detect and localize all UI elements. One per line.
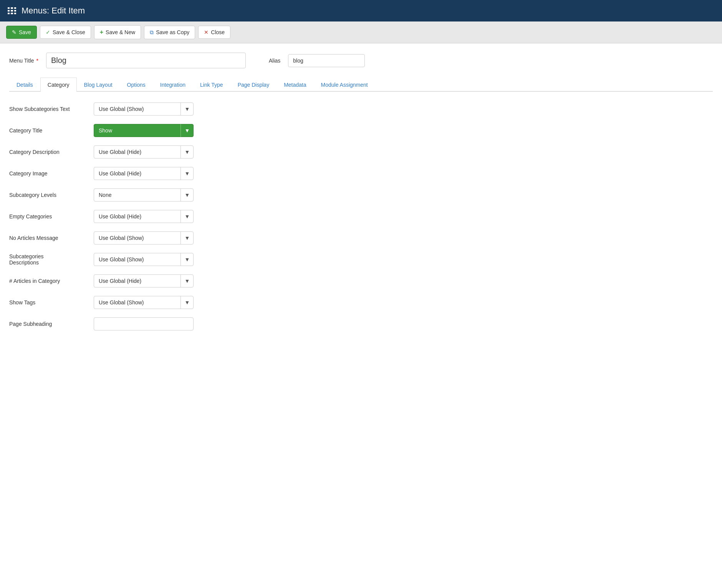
select-wrapper-category-title: Show Hide Use Global (Show) Use Global (…	[94, 124, 194, 137]
tab-page-display[interactable]: Page Display	[230, 78, 277, 92]
label-category-description: Category Description	[9, 149, 94, 155]
alias-input[interactable]	[288, 54, 365, 67]
select-articles-in-category[interactable]: Use Global (Hide) Use Global (Show) Show…	[94, 274, 194, 287]
save-close-button[interactable]: Save & Close	[40, 26, 91, 39]
plus-icon	[100, 29, 103, 36]
field-articles-in-category: # Articles in Category Use Global (Hide)…	[9, 274, 713, 287]
select-show-tags[interactable]: Use Global (Show) Use Global (Hide) Show…	[94, 296, 194, 309]
label-show-subcategories-text: Show Subcategories Text	[9, 106, 94, 112]
input-page-subheading[interactable]	[94, 317, 194, 330]
select-wrapper-empty-categories: Use Global (Hide) Use Global (Show) Show…	[94, 210, 194, 223]
select-wrapper-no-articles-message: Use Global (Show) Use Global (Hide) Show…	[94, 231, 194, 244]
tabs-bar: Details Category Blog Layout Options Int…	[9, 78, 713, 92]
close-button[interactable]: Close	[198, 26, 230, 39]
toolbar: Save Save & Close Save & New Save as Cop…	[0, 21, 722, 43]
select-category-image[interactable]: Use Global (Hide) Use Global (Show) Show…	[94, 167, 194, 180]
label-subcategory-levels: Subcategory Levels	[9, 192, 94, 198]
menu-title-label: Menu Title *	[9, 58, 38, 64]
tab-link-type[interactable]: Link Type	[193, 78, 230, 92]
label-category-image: Category Image	[9, 170, 94, 177]
field-subcategories-descriptions: SubcategoriesDescriptions Use Global (Sh…	[9, 253, 713, 266]
tab-integration[interactable]: Integration	[153, 78, 193, 92]
menu-title-input[interactable]	[46, 53, 246, 68]
tab-details[interactable]: Details	[9, 78, 40, 92]
category-form: Show Subcategories Text Use Global (Show…	[9, 102, 713, 330]
tab-options[interactable]: Options	[120, 78, 153, 92]
select-no-articles-message[interactable]: Use Global (Show) Use Global (Hide) Show…	[94, 231, 194, 244]
select-wrapper-category-image: Use Global (Hide) Use Global (Show) Show…	[94, 167, 194, 180]
check-icon	[46, 29, 50, 35]
select-empty-categories[interactable]: Use Global (Hide) Use Global (Show) Show…	[94, 210, 194, 223]
select-wrapper-show-tags: Use Global (Show) Use Global (Hide) Show…	[94, 296, 194, 309]
close-icon	[204, 29, 209, 35]
label-no-articles-message: No Articles Message	[9, 235, 94, 241]
field-show-tags: Show Tags Use Global (Show) Use Global (…	[9, 296, 713, 309]
field-empty-categories: Empty Categories Use Global (Hide) Use G…	[9, 210, 713, 223]
copy-icon	[150, 29, 154, 36]
select-category-title[interactable]: Show Hide Use Global (Show) Use Global (…	[94, 124, 194, 137]
label-articles-in-category: # Articles in Category	[9, 278, 94, 284]
label-category-title: Category Title	[9, 127, 94, 134]
title-row: Menu Title * Alias	[9, 53, 713, 68]
select-subcategory-levels[interactable]: None All 1 2	[94, 188, 194, 202]
field-show-subcategories-text: Show Subcategories Text Use Global (Show…	[9, 102, 713, 116]
tab-module-assignment[interactable]: Module Assignment	[314, 78, 375, 92]
page-title: Menus: Edit Item	[22, 6, 85, 16]
save-button[interactable]: Save	[6, 26, 37, 39]
tab-blog-layout[interactable]: Blog Layout	[77, 78, 120, 92]
alias-label: Alias	[269, 58, 280, 64]
select-wrapper-articles-in-category: Use Global (Hide) Use Global (Show) Show…	[94, 274, 194, 287]
label-empty-categories: Empty Categories	[9, 213, 94, 220]
field-category-title: Category Title Show Hide Use Global (Sho…	[9, 124, 713, 137]
select-show-subcategories-text[interactable]: Use Global (Show) Show Hide	[94, 102, 194, 116]
save-icon	[12, 29, 17, 35]
field-subcategory-levels: Subcategory Levels None All 1 2 ▼	[9, 188, 713, 202]
grid-icon	[8, 7, 16, 14]
required-marker: *	[36, 58, 38, 64]
label-subcategories-descriptions: SubcategoriesDescriptions	[9, 253, 94, 266]
select-subcategories-descriptions[interactable]: Use Global (Show) Use Global (Hide) Show…	[94, 253, 194, 266]
page-header: Menus: Edit Item	[0, 0, 722, 21]
tab-metadata[interactable]: Metadata	[277, 78, 313, 92]
save-new-button[interactable]: Save & New	[94, 25, 141, 39]
select-wrapper-subcategories-descriptions: Use Global (Show) Use Global (Hide) Show…	[94, 253, 194, 266]
field-category-image: Category Image Use Global (Hide) Use Glo…	[9, 167, 713, 180]
select-wrapper-subcategory-levels: None All 1 2 ▼	[94, 188, 194, 202]
select-category-description[interactable]: Use Global (Hide) Use Global (Show) Show…	[94, 145, 194, 159]
label-show-tags: Show Tags	[9, 299, 94, 306]
field-page-subheading: Page Subheading	[9, 317, 713, 330]
select-wrapper-category-description: Use Global (Hide) Use Global (Show) Show…	[94, 145, 194, 159]
field-category-description: Category Description Use Global (Hide) U…	[9, 145, 713, 159]
select-wrapper-show-subcategories-text: Use Global (Show) Show Hide ▼	[94, 102, 194, 116]
field-no-articles-message: No Articles Message Use Global (Show) Us…	[9, 231, 713, 244]
label-page-subheading: Page Subheading	[9, 321, 94, 327]
main-content: Menu Title * Alias Details Category Blog…	[0, 43, 722, 588]
save-copy-button[interactable]: Save as Copy	[144, 26, 195, 39]
tab-category[interactable]: Category	[40, 78, 77, 92]
